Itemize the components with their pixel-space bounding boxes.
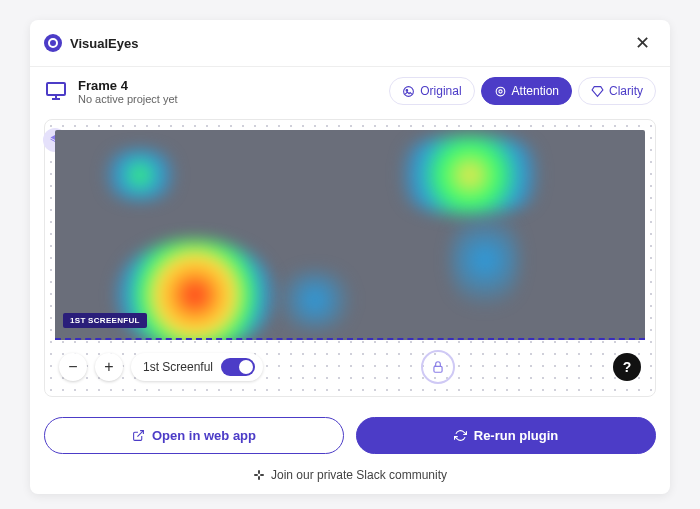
plugin-panel: VisualEyes ✕ Frame 4 No active project y… (30, 20, 670, 494)
svg-point-6 (498, 89, 501, 92)
frame-subtitle: No active project yet (78, 93, 389, 105)
svg-rect-7 (434, 366, 442, 372)
button-label: Re-run plugin (474, 428, 559, 443)
refresh-icon (454, 429, 467, 442)
zoom-out-button[interactable]: − (59, 353, 87, 381)
frame-title: Frame 4 (78, 78, 389, 93)
desktop-icon (44, 79, 68, 103)
svg-rect-0 (47, 83, 65, 95)
slack-icon (253, 469, 265, 481)
screenful-badge: 1ST SCREENFUL (63, 313, 147, 328)
svg-point-5 (496, 87, 505, 96)
screenful-label: 1st Screenful (143, 360, 213, 374)
svg-point-4 (406, 89, 408, 91)
svg-rect-11 (260, 474, 264, 476)
frame-info: Frame 4 No active project yet (78, 78, 389, 105)
canvas-controls: − + 1st Screenful ? (55, 340, 645, 386)
diamond-icon (591, 85, 604, 98)
svg-point-3 (404, 86, 414, 96)
footer: Join our private Slack community (30, 464, 670, 494)
tab-label: Original (420, 84, 461, 98)
slack-link[interactable]: Join our private Slack community (271, 468, 447, 482)
canvas-area: 1ST SCREENFUL − + 1st Screenful ? (44, 119, 656, 397)
view-tabs: Original Attention Clarity (389, 77, 656, 105)
target-icon (494, 85, 507, 98)
svg-rect-8 (258, 470, 260, 474)
header: VisualEyes ✕ (30, 20, 670, 67)
button-label: Open in web app (152, 428, 256, 443)
lock-icon (431, 360, 445, 374)
screenful-divider (55, 338, 645, 340)
tab-attention[interactable]: Attention (481, 77, 572, 105)
tab-clarity[interactable]: Clarity (578, 77, 656, 105)
tab-original[interactable]: Original (389, 77, 474, 105)
app-title: VisualEyes (70, 36, 629, 51)
toolbar: Frame 4 No active project yet Original A… (30, 67, 670, 115)
app-logo (44, 34, 62, 52)
screenful-toggle-pill: 1st Screenful (131, 353, 263, 381)
close-icon[interactable]: ✕ (629, 30, 656, 56)
action-row: Open in web app Re-run plugin (30, 407, 670, 464)
help-button[interactable]: ? (613, 353, 641, 381)
lock-button[interactable] (421, 350, 455, 384)
tab-label: Clarity (609, 84, 643, 98)
svg-rect-10 (254, 474, 258, 476)
zoom-in-button[interactable]: + (95, 353, 123, 381)
external-link-icon (132, 429, 145, 442)
heatmap-preview: 1ST SCREENFUL (55, 130, 645, 340)
tab-label: Attention (512, 84, 559, 98)
open-web-app-button[interactable]: Open in web app (44, 417, 344, 454)
screenful-toggle[interactable] (221, 358, 255, 376)
rerun-plugin-button[interactable]: Re-run plugin (356, 417, 656, 454)
image-icon (402, 85, 415, 98)
svg-rect-9 (258, 476, 260, 480)
